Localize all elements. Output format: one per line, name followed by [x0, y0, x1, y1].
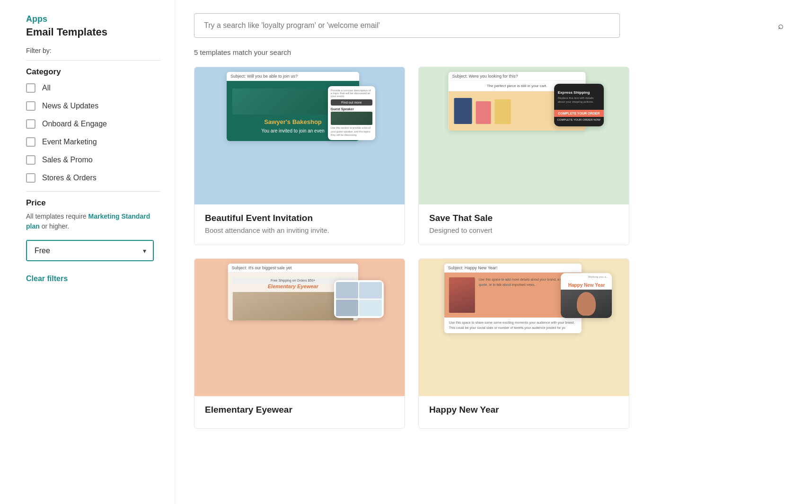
- book-2: [476, 101, 491, 124]
- book-3: [495, 99, 511, 124]
- phone-mockup: [334, 280, 384, 318]
- filter-item-stores: Stores & Orders: [26, 173, 160, 183]
- divider-1: [26, 60, 160, 61]
- filter-label-event[interactable]: Event Marketing: [42, 138, 97, 146]
- phone-mockup: Express Shipping Replace this text with …: [554, 84, 604, 126]
- grid-cell-3: [336, 300, 359, 316]
- filter-label-news[interactable]: News & Updates: [42, 102, 98, 110]
- search-icon: ⌕: [778, 20, 784, 31]
- template-card-body: Happy New Year: [419, 396, 629, 428]
- price-desc-2: or higher.: [40, 222, 69, 230]
- checkbox-onboard[interactable]: [26, 119, 35, 129]
- filter-list: AllNews & UpdatesOnboard & EngageEvent M…: [26, 83, 160, 183]
- template-preview-sale: Subject: Were you looking for this? The …: [419, 67, 629, 204]
- template-desc: Designed to convert: [429, 226, 618, 234]
- filter-item-sales: Sales & Promo: [26, 155, 160, 165]
- filter-by-label: Filter by:: [26, 47, 160, 54]
- person-image: [577, 292, 596, 316]
- checkbox-all[interactable]: [26, 83, 35, 93]
- results-count: 5 templates match your search: [194, 48, 793, 56]
- email-body: Use this space to share some some exciti…: [444, 318, 582, 333]
- checkbox-event[interactable]: [26, 137, 35, 147]
- template-card-body: Save That Sale Designed to convert: [419, 204, 629, 245]
- main-content: ⌕ 5 templates match your search Subject:…: [175, 0, 812, 504]
- checkbox-sales[interactable]: [26, 155, 35, 165]
- grid-cell-4: [359, 300, 382, 316]
- price-description: All templates require Marketing Standard…: [26, 212, 160, 231]
- template-title: Beautiful Event Invitation: [205, 213, 394, 223]
- cta-link: COMPLETE YOUR ORDER NOW: [554, 117, 604, 123]
- template-card-save-that-sale[interactable]: Subject: Were you looking for this? The …: [418, 67, 629, 245]
- sidebar: Apps Email Templates Filter by: Category…: [0, 0, 175, 504]
- price-select[interactable]: FreePaidAll: [27, 241, 153, 260]
- email-subject: Subject: Will you be able to join us?: [227, 72, 359, 81]
- phone-mockup: Wishing you a... Happy New Year: [561, 273, 612, 318]
- apps-link[interactable]: Apps: [26, 14, 160, 24]
- template-title: Save That Sale: [429, 213, 618, 223]
- book-1: [454, 98, 472, 124]
- filter-label-onboard[interactable]: Onboard & Engage: [42, 120, 107, 128]
- hero-image: [449, 277, 475, 313]
- filter-item-onboard: Onboard & Engage: [26, 119, 160, 129]
- email-subject: Subject: Were you looking for this?: [449, 72, 586, 81]
- category-label: Category: [26, 67, 160, 77]
- checkbox-stores[interactable]: [26, 173, 35, 183]
- search-bar-wrapper: ⌕: [194, 13, 793, 38]
- checkbox-news[interactable]: [26, 101, 35, 111]
- filter-label-all[interactable]: All: [42, 84, 51, 92]
- grid-cell-1: [336, 282, 359, 299]
- template-card-happy-new-year[interactable]: Subject: Happy New Year! Use this space …: [418, 258, 629, 429]
- filter-item-all: All: [26, 83, 160, 93]
- search-input[interactable]: [194, 13, 620, 38]
- price-label: Price: [26, 198, 160, 208]
- filter-label-sales[interactable]: Sales & Promo: [42, 156, 93, 164]
- template-preview-bakeshop: Subject: Will you be able to join us? Sa…: [194, 67, 405, 204]
- phone-top: Wishing you a...: [561, 273, 612, 281]
- template-card-beautiful-event[interactable]: Subject: Will you be able to join us? Sa…: [194, 67, 405, 245]
- template-preview-eyewear: Subject: It's our biggest sale yet Free …: [194, 259, 405, 396]
- email-subject: Subject: Happy New Year!: [444, 264, 582, 273]
- email-subject: Subject: It's our biggest sale yet: [228, 264, 358, 273]
- templates-grid: Subject: Will you be able to join us? Sa…: [194, 67, 629, 429]
- filter-label-stores[interactable]: Stores & Orders: [42, 174, 97, 182]
- template-title: Elementary Eyewear: [205, 405, 394, 415]
- template-card-body: Beautiful Event Invitation Boost attenda…: [194, 204, 405, 245]
- grid-cell-2: [359, 282, 382, 299]
- clear-filters-link[interactable]: Clear filters: [26, 274, 68, 283]
- divider-2: [26, 191, 160, 192]
- template-card-elementary-eyewear[interactable]: Subject: It's our biggest sale yet Free …: [194, 258, 405, 429]
- cta-button: COMPLETE YOUR ORDER: [554, 110, 604, 117]
- filter-item-event: Event Marketing: [26, 137, 160, 147]
- page-title: Email Templates: [26, 26, 160, 38]
- price-desc-1: All templates require: [26, 212, 88, 220]
- template-desc: Boost attendance with an inviting invite…: [205, 226, 394, 234]
- phone-image: [561, 290, 612, 318]
- phone-title: Happy New Year: [561, 281, 612, 290]
- price-select-wrapper: FreePaidAll ▾: [26, 240, 154, 261]
- filter-item-news: News & Updates: [26, 101, 160, 111]
- template-card-body: Elementary Eyewear: [194, 396, 405, 428]
- template-preview-newyear: Subject: Happy New Year! Use this space …: [419, 259, 629, 396]
- phone-mockup: Provide a concise description of a topic…: [328, 86, 375, 140]
- template-title: Happy New Year: [429, 405, 618, 415]
